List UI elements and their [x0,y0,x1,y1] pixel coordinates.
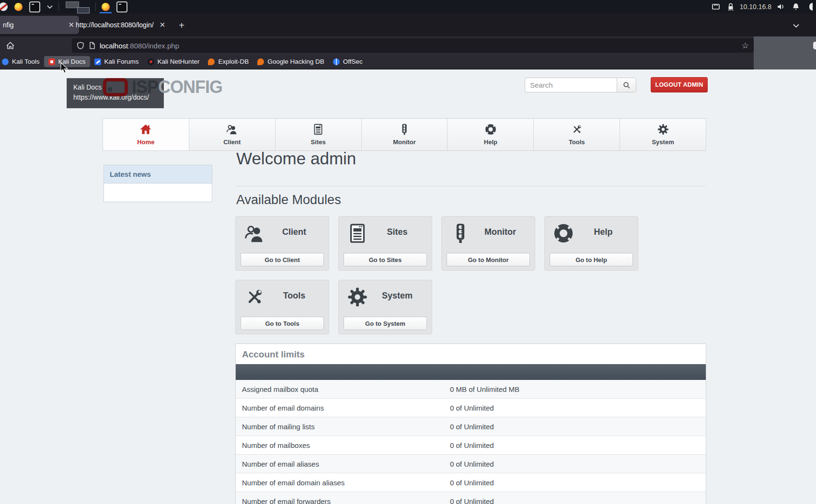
logo-text-isp: ISP [132,77,158,97]
tab-monitor[interactable]: Monitor [362,119,448,150]
module-card-system: System Go to System [338,280,432,334]
client-icon [226,123,238,136]
browser-nav-toolbar: localhost:8080/index.php ☆ [0,36,816,54]
tab-tools[interactable]: Tools [534,119,620,150]
vpn-lock-icon[interactable] [724,0,738,13]
page-title: Welcome admin [236,149,356,168]
bookmark-kali-nethunter[interactable]: Kali NetHunter [143,56,204,67]
terminal-launcher-icon[interactable] [26,0,44,13]
divider [236,186,706,186]
module-card-sites: Sites Go to Sites [338,216,432,271]
ispconfig-logo: ISP CONFIG [103,77,222,98]
browser-tab[interactable]: http://localhost:8080/login/ ✕ [73,16,179,34]
search-button[interactable] [617,78,636,92]
bookmark-label: OffSec [343,58,363,65]
kali-tools-favicon [2,58,9,65]
system-bar-left [0,0,131,13]
notification-bell-icon[interactable] [789,0,803,13]
screen: 10.10.16.8 nfig ✕ http://localhost:8080/… [0,0,816,504]
go-to-client-button[interactable]: Go to Client [241,253,324,266]
bookmark-label: Kali NetHunter [158,58,200,65]
sites-icon [346,222,368,244]
module-card-title: Tools [264,291,325,301]
clipped-app-icon[interactable] [0,0,11,13]
url-bar[interactable]: localhost:8080/index.php ☆ [72,38,754,53]
search-icon [623,81,631,89]
logo-text-config: CONFIG [158,77,222,97]
volume-icon[interactable] [773,0,789,13]
module-card-title: System [367,291,428,301]
firefox-taskbar-icon-active[interactable] [98,0,113,13]
bookmark-kali-forums[interactable]: Kali Forums [90,56,143,67]
table-row: Number of email forwarders 0 of Unlimite… [236,492,706,504]
bookmark-offsec[interactable]: OffSec [329,56,367,67]
search-input[interactable] [525,78,617,92]
module-cards-row-1: Client Go to Client Sites Go to Sites Mo… [235,216,638,271]
workspace-switcher[interactable] [61,0,93,13]
module-card-tools: Tools Go to Tools [235,280,329,334]
toolbar-right-panel [754,36,816,69]
tab-home[interactable]: Home [103,119,189,150]
latest-news-header: Latest news [104,165,212,183]
monitor-icon [449,222,471,244]
sites-icon [312,123,324,136]
table-row: Number of mailboxes 0 of Unlimited [236,436,706,455]
browser-tab-bar: nfig ✕ http://localhost:8080/login/ ✕ + [0,13,816,36]
module-cards-row-2: Tools Go to Tools System Go to System [235,280,432,334]
tab-help[interactable]: Help [448,119,534,150]
vpn-ip-address: 10.10.16.8 [740,3,771,11]
logout-admin-button[interactable]: LOGOUT ADMIN [651,77,708,92]
system-bar-right: 10.10.16.8 [708,0,816,13]
bookmark-google-hacking-db[interactable]: Google Hacking DB [253,56,329,67]
tab-sites[interactable]: Sites [276,119,362,150]
tools-icon [243,286,265,308]
module-card-client: Client Go to Client [235,216,329,271]
go-to-sites-button[interactable]: Go to Sites [344,253,427,266]
tab-label: System [652,138,674,146]
row-label: Number of mailboxes [236,441,450,449]
bookmarks-toolbar: Kali Tools Kali Docs Kali Forums Kali Ne… [0,54,816,69]
go-to-tools-button[interactable]: Go to Tools [241,317,324,330]
bookmark-label: Google Hacking DB [267,58,324,65]
terminal-taskbar-icon[interactable] [113,0,131,13]
bookmark-exploit-db[interactable]: Exploit-DB [204,56,253,67]
browser-tab-active[interactable]: nfig ✕ [0,16,79,34]
help-icon [484,123,497,136]
row-label: Number of email aliases [236,460,450,468]
system-gear-icon [346,286,368,308]
go-to-system-button[interactable]: Go to System [344,317,427,330]
separator [95,2,96,11]
module-card-title: Client [264,227,325,237]
modules-section-title: Available Modules [236,193,341,207]
new-tab-button[interactable]: + [175,19,188,32]
row-label: Number of email domain aliases [236,479,450,487]
monitor-icon [398,123,411,136]
ethernet-icon[interactable] [708,0,724,13]
table-header-bar [236,364,706,380]
tab-label: Sites [311,138,326,146]
bookmark-star-icon[interactable]: ☆ [742,42,749,50]
url-path: :8080/index.php [128,42,179,50]
firefox-launcher-icon[interactable] [11,0,26,13]
shield-icon[interactable] [77,42,84,50]
list-all-tabs-chevron-icon[interactable] [790,20,802,31]
offsec-favicon [333,58,340,65]
tools-icon [571,123,583,136]
url-text: localhost:8080/index.php [100,42,179,50]
table-row: Number of email domain aliases 0 of Unli… [236,473,706,492]
tab-client[interactable]: Client [189,119,276,150]
exploit-db-favicon [208,58,215,65]
tab-system[interactable]: System [620,119,706,150]
module-card-help: Help Go to Help [544,216,638,271]
row-label: Number of email forwarders [236,497,450,504]
chevron-down-icon[interactable] [44,0,56,13]
row-value: 0 of Unlimited [450,423,494,431]
module-card-monitor: Monitor Go to Monitor [441,216,535,271]
row-label: Assigned mailbox quota [236,385,450,393]
browser-home-icon[interactable] [4,39,16,52]
close-icon[interactable]: ✕ [160,21,166,29]
page-info-icon[interactable] [89,42,95,49]
go-to-help-button[interactable]: Go to Help [550,253,633,266]
go-to-monitor-button[interactable]: Go to Monitor [447,253,530,266]
bookmark-kali-tools[interactable]: Kali Tools [0,56,44,67]
